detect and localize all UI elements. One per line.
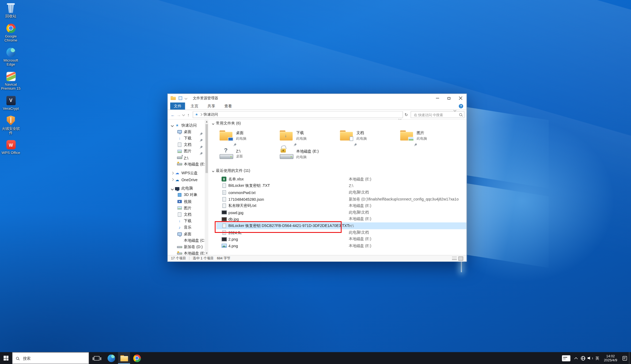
sidebar-item-wps-cloud[interactable]: ☁ WPS云盘 — [168, 170, 205, 176]
tab-view[interactable]: 查看 — [221, 103, 236, 110]
breadcrumb[interactable]: 快速访问 — [204, 112, 218, 117]
scroll-up-arrow-icon[interactable] — [205, 120, 208, 123]
help-button[interactable]: ? — [459, 104, 463, 109]
up-button[interactable]: ↑ — [185, 112, 192, 117]
task-view-button[interactable] — [91, 352, 103, 364]
sidebar-item-documents-pc[interactable]: 文档 — [168, 211, 205, 218]
sidebar-item-local-disk-c[interactable]: 本地磁盘 (C:) — [168, 237, 205, 244]
thumbnail-view-icon[interactable] — [458, 256, 463, 260]
drive-tile-e[interactable]: 本地磁盘 (E:) 此电脑 — [277, 147, 337, 166]
volume-button[interactable] — [587, 352, 594, 364]
clock-button[interactable]: 14:02 2025/4/9 — [601, 352, 620, 364]
desktop-icon-wps-office[interactable]: W WPS Office — [1, 140, 21, 155]
start-button[interactable] — [0, 352, 12, 364]
folder-tile-downloads[interactable]: ↓ 下载 此电脑 — [277, 129, 337, 147]
sidebar-item-music[interactable]: ♪ 音乐 — [168, 224, 205, 231]
sidebar-item-quick-access[interactable]: ★ 快速访问 — [168, 122, 205, 128]
tab-home[interactable]: 主页 — [187, 103, 202, 110]
sidebar-item-onedrive[interactable]: ☁ OneDrive — [168, 176, 205, 183]
wps-icon: W — [6, 140, 16, 150]
file-row[interactable]: BitLocker 恢复密钥 .TXT Z:\ — [216, 183, 467, 189]
scrollbar-thumb[interactable] — [205, 124, 208, 173]
network-button[interactable] — [580, 352, 587, 364]
sidebar-scrollbar[interactable] — [205, 120, 208, 255]
taskbar-chrome-button[interactable] — [131, 352, 143, 364]
folder-tile-documents[interactable]: 文档 此电脑 — [337, 129, 397, 147]
taskbar-edge-button[interactable] — [105, 352, 117, 364]
taskbar-search-input[interactable] — [22, 355, 85, 361]
ime-language-label: 英 — [595, 355, 599, 361]
text-file-icon — [222, 184, 226, 188]
drive-tile-z[interactable]: ? Z:\ 桌面 — [216, 147, 277, 166]
file-row[interactable]: commonPwd.txt 此电脑\文档 — [216, 189, 467, 196]
file-row[interactable]: 1710484045280.json 新加卷 (D:)\finalshell\b… — [216, 196, 467, 203]
chevron-right-icon[interactable] — [170, 172, 174, 174]
sidebar-item-this-pc[interactable]: 此电脑 — [168, 185, 205, 192]
action-center-button[interactable] — [620, 352, 629, 364]
desktop-icon-google-chrome[interactable]: Google Chrome — [1, 24, 21, 43]
file-row[interactable]: 4.png 本地磁盘 (E:) — [216, 242, 467, 249]
file-row[interactable]: 2.png 本地磁盘 (E:) — [216, 236, 467, 242]
sidebar-item-local-disk-e[interactable]: 本地磁盘 (E:) — [168, 161, 205, 168]
qat-properties-icon[interactable] — [179, 96, 183, 100]
details-view-icon[interactable] — [452, 256, 457, 260]
selection-count: 选中 1 个项目 — [193, 256, 214, 261]
ime-language-button[interactable]: 英 — [594, 352, 601, 364]
text-file-icon — [222, 204, 226, 208]
excel-file-icon: X — [222, 177, 226, 181]
sidebar-item-3d-objects[interactable]: 3D 对象 — [168, 192, 205, 198]
sidebar-item-downloads[interactable]: ↓ 下载 — [168, 135, 205, 142]
desktop-icon-label: VeraCrypt — [3, 106, 19, 111]
search-input[interactable] — [413, 112, 459, 117]
drive-icon — [220, 154, 233, 159]
desktop-icon-recycle-bin[interactable]: 回收站 — [1, 3, 21, 18]
section-header-frequent[interactable]: 常用文件夹 (6) — [212, 121, 241, 126]
ribbon-collapse-button[interactable] — [454, 105, 456, 112]
refresh-button[interactable]: ↻ — [403, 112, 409, 117]
maximize-button[interactable] — [443, 94, 455, 103]
back-button[interactable]: ← — [170, 112, 176, 117]
sidebar-item-new-volume-d[interactable]: 新加卷 (D:) — [168, 244, 205, 250]
folder-tile-pictures[interactable]: 图片 此电脑 — [397, 129, 457, 147]
sidebar-item-pictures-pc[interactable]: 图片 — [168, 205, 205, 211]
file-row[interactable]: 私有聊天密码.txt 本地磁盘 (E:) — [216, 203, 467, 209]
chevron-down-icon[interactable] — [170, 188, 174, 189]
minimize-button[interactable] — [432, 94, 443, 103]
qat-customize-chevron-icon[interactable] — [185, 97, 187, 100]
tab-file[interactable]: 文件 — [170, 103, 185, 110]
file-row[interactable]: pswd.jpg 此电脑\文档 — [216, 209, 467, 216]
sidebar-item-desktop-pc[interactable]: 桌面 — [168, 231, 205, 237]
sidebar-item-local-disk-e-pc[interactable]: 本地磁盘 (E:) — [168, 250, 205, 255]
file-row[interactable]: X 名单.xlsx 本地磁盘 (E:) — [216, 176, 467, 183]
chevron-down-icon[interactable] — [170, 124, 174, 126]
desktop-icon-microsoft-edge[interactable]: Microsoft Edge — [1, 48, 21, 67]
show-desktop-button[interactable] — [629, 352, 631, 364]
desktop-icon-huorong[interactable]: 火绒安全软件 — [1, 116, 21, 135]
address-bar[interactable]: ★ 快速访问 — [193, 111, 403, 118]
forward-button[interactable]: → — [176, 112, 182, 117]
sidebar-item-desktop[interactable]: 桌面 — [168, 128, 205, 135]
desktop-icon-veracrypt[interactable]: V VeraCrypt — [1, 96, 21, 111]
close-button[interactable] — [455, 94, 467, 103]
taskbar-explorer-button[interactable] — [118, 352, 130, 364]
taskbar-search-box[interactable] — [12, 352, 89, 364]
bitlocker-drive-icon — [177, 252, 183, 255]
sidebar-item-drive-z[interactable]: ? Z:\ — [168, 154, 205, 161]
ime-panel-button[interactable] — [560, 352, 572, 364]
folder-tile-desktop[interactable]: 桌面 此电脑 — [216, 129, 277, 147]
pin-icon — [414, 141, 417, 148]
chevron-right-icon[interactable] — [170, 179, 174, 181]
sidebar-item-documents[interactable]: 文档 — [168, 142, 205, 148]
scroll-down-arrow-icon[interactable] — [205, 251, 208, 255]
tab-share[interactable]: 共享 — [204, 103, 219, 110]
image-thumbnail-icon — [221, 217, 227, 221]
recent-locations-dropdown[interactable] — [182, 114, 186, 116]
section-header-recent[interactable]: 最近使用的文件 (11) — [212, 168, 250, 174]
search-box[interactable] — [411, 111, 465, 118]
sidebar-item-videos[interactable]: 视频 — [168, 198, 205, 205]
hidden-icons-button[interactable] — [572, 352, 580, 364]
sidebar-item-pictures[interactable]: 图片 — [168, 148, 205, 154]
edge-icon — [107, 354, 115, 362]
sidebar-item-downloads-pc[interactable]: ↓ 下载 — [168, 218, 205, 224]
desktop-icon-navicat[interactable]: Navicat Premium 15 — [1, 72, 21, 91]
